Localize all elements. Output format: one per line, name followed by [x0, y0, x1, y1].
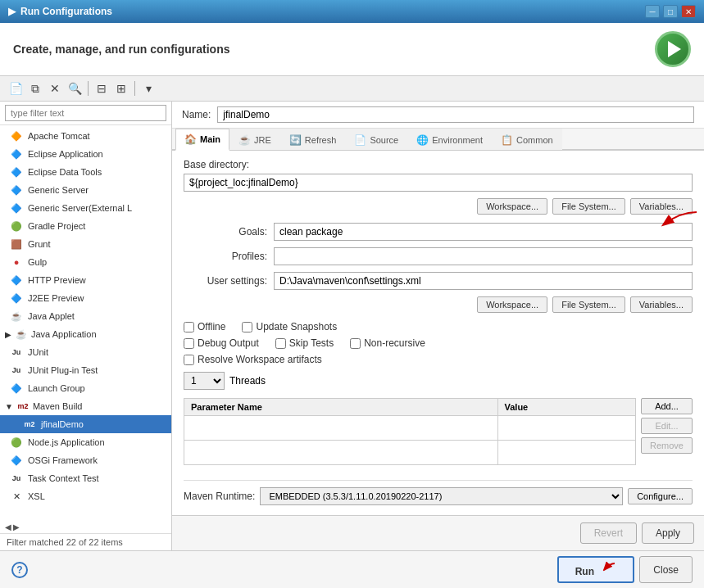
- tab-main-label: Main: [200, 134, 220, 144]
- sidebar-item-generic-server-ext[interactable]: 🔷 Generic Server(External L: [0, 199, 171, 217]
- junit-icon: Ju: [10, 346, 23, 359]
- more-btn[interactable]: ▾: [139, 79, 157, 97]
- window-title: Run Configurations: [20, 6, 112, 17]
- filter-btn[interactable]: 🔍: [66, 79, 84, 97]
- title-bar: ▶ Run Configurations ─ □ ✕: [0, 0, 704, 23]
- tab-source[interactable]: 📄 Source: [345, 129, 407, 150]
- sidebar-item-xsl[interactable]: ✕ XSL: [0, 487, 171, 505]
- expand-arrow2-icon: ▼: [5, 402, 13, 411]
- revert-btn[interactable]: Revert: [580, 522, 637, 544]
- sidebar-item-maven-build[interactable]: ▼ m2 Maven Build: [0, 397, 171, 415]
- add-param-btn[interactable]: Add...: [641, 398, 693, 414]
- workspace-btn-1[interactable]: Workspace...: [477, 198, 547, 215]
- scroll-left-btn[interactable]: ◀: [5, 522, 11, 531]
- sidebar-item-junit[interactable]: Ju JUnit: [0, 343, 171, 361]
- apply-btn[interactable]: Apply: [642, 522, 694, 544]
- sidebar-item-gradle[interactable]: 🟢 Gradle Project: [0, 217, 171, 235]
- offline-checkbox-item[interactable]: Offline: [184, 321, 225, 332]
- non-recursive-checkbox-item[interactable]: Non-recursive: [350, 337, 425, 349]
- close-window-btn[interactable]: ✕: [681, 5, 696, 18]
- nodejs-icon: 🟢: [10, 436, 23, 449]
- sidebar-item-eclipse-data[interactable]: 🔷 Eclipse Data Tools: [0, 163, 171, 181]
- name-row: Name:: [172, 102, 704, 129]
- file-system-btn-2[interactable]: File System...: [552, 296, 625, 313]
- sidebar-item-http-preview[interactable]: 🔷 HTTP Preview: [0, 271, 171, 289]
- sidebar-item-java-applet[interactable]: ☕ Java Applet: [0, 307, 171, 325]
- update-snapshots-checkbox-item[interactable]: Update Snapshots: [242, 321, 337, 332]
- param-table: Parameter Name Value: [184, 398, 636, 465]
- eclipse-data-icon: 🔷: [10, 165, 23, 179]
- expand-btn[interactable]: ⊞: [112, 79, 130, 97]
- sidebar-item-launch-group[interactable]: 🔷 Launch Group: [0, 379, 171, 397]
- help-icon[interactable]: ?: [11, 562, 28, 578]
- sidebar-item-j2ee[interactable]: 🔷 J2EE Preview: [0, 289, 171, 307]
- duplicate-btn[interactable]: ⧉: [26, 79, 44, 97]
- app-icon: ▶: [8, 6, 16, 17]
- restore-btn[interactable]: □: [663, 5, 678, 18]
- delete-btn[interactable]: ✕: [46, 79, 64, 97]
- profiles-label: Profiles:: [184, 251, 274, 262]
- workspace-btn-2[interactable]: Workspace...: [477, 296, 547, 313]
- user-settings-input[interactable]: [274, 272, 693, 290]
- common-tab-icon: 📋: [501, 134, 513, 146]
- close-btn[interactable]: Close: [639, 556, 693, 583]
- collapse-btn[interactable]: ⊟: [93, 79, 111, 97]
- base-directory-input[interactable]: [184, 174, 693, 192]
- minimize-btn[interactable]: ─: [645, 5, 660, 18]
- sidebar-item-nodejs[interactable]: 🟢 Node.js Application: [0, 433, 171, 451]
- sidebar-item-label: Launch Group: [28, 383, 85, 393]
- edit-param-btn[interactable]: Edit...: [641, 418, 693, 434]
- sidebar-item-junit-plugin[interactable]: Ju JUnit Plug-in Test: [0, 361, 171, 379]
- resolve-workspace-checkbox[interactable]: [184, 355, 194, 365]
- filter-input[interactable]: [5, 105, 166, 121]
- offline-checkbox[interactable]: [184, 322, 194, 332]
- runtime-row: Maven Runtime: EMBEDDED (3.5.3/1.11.0.20…: [184, 480, 693, 512]
- bottom-buttons: Revert Apply: [172, 515, 704, 550]
- tab-environment[interactable]: 🌐 Environment: [407, 129, 492, 150]
- debug-output-checkbox-item[interactable]: Debug Output: [184, 337, 259, 349]
- tab-common[interactable]: 📋 Common: [492, 129, 562, 150]
- sidebar-item-java-app[interactable]: ▶ ☕ Java Application: [0, 325, 171, 343]
- sidebar-item-apache-tomcat[interactable]: 🔶 Apache Tomcat: [0, 127, 171, 145]
- new-config-btn[interactable]: 📄: [7, 79, 25, 97]
- separator1: [88, 81, 89, 96]
- scroll-right-btn[interactable]: ▶: [13, 522, 20, 531]
- checkboxes-section: Offline Update Snapshots Debug Output: [184, 321, 693, 365]
- run-btn[interactable]: Run: [557, 556, 635, 583]
- sidebar-item-gulp[interactable]: ● Gulp: [0, 253, 171, 271]
- remove-param-btn[interactable]: Remove: [641, 437, 693, 454]
- sidebar-item-label: Apache Tomcat: [28, 131, 90, 141]
- update-snapshots-checkbox[interactable]: [242, 322, 252, 332]
- tab-main[interactable]: 🏠 Main: [175, 129, 229, 151]
- sidebar-item-label: JUnit Plug-in Test: [28, 365, 98, 375]
- sidebar-item-generic-server[interactable]: 🔷 Generic Server: [0, 181, 171, 199]
- sidebar-item-jfinal[interactable]: m2 jfinalDemo: [0, 415, 171, 433]
- sidebar-item-eclipse-app[interactable]: 🔷 Eclipse Application: [0, 145, 171, 163]
- sidebar-item-task-context[interactable]: Ju Task Context Test: [0, 469, 171, 487]
- jfinal-icon: m2: [23, 418, 36, 431]
- resolve-workspace-checkbox-item[interactable]: Resolve Workspace artifacts: [184, 354, 322, 365]
- offline-label: Offline: [198, 321, 225, 332]
- sidebar-item-osgi[interactable]: 🔷 OSGi Framework: [0, 451, 171, 469]
- non-recursive-checkbox[interactable]: [350, 338, 361, 349]
- variables-btn-2[interactable]: Variables...: [630, 296, 693, 313]
- configure-btn[interactable]: Configure...: [628, 488, 693, 504]
- skip-tests-checkbox[interactable]: [275, 338, 286, 349]
- sidebar-item-label: Generic Server: [28, 185, 89, 195]
- arrow-annotation: [652, 208, 701, 233]
- param-value-cell: [497, 416, 636, 441]
- user-settings-label: User settings:: [184, 275, 274, 287]
- debug-output-checkbox[interactable]: [184, 338, 194, 349]
- file-system-btn-1[interactable]: File System...: [552, 198, 625, 215]
- skip-tests-checkbox-item[interactable]: Skip Tests: [275, 337, 334, 349]
- tab-refresh[interactable]: 🔄 Refresh: [280, 129, 346, 150]
- threads-select[interactable]: 1 2 4: [184, 372, 225, 390]
- sidebar-item-label: Eclipse Data Tools: [28, 167, 102, 177]
- name-input[interactable]: [217, 106, 694, 123]
- maven-runtime-select[interactable]: EMBEDDED (3.5.3/1.11.0.20190220-2117): [260, 487, 623, 505]
- sidebar-item-grunt[interactable]: 🟫 Grunt: [0, 235, 171, 253]
- tab-jre[interactable]: ☕ JRE: [229, 129, 280, 150]
- run-icon: [655, 31, 691, 67]
- goals-input[interactable]: [274, 223, 693, 241]
- profiles-input[interactable]: [274, 247, 693, 265]
